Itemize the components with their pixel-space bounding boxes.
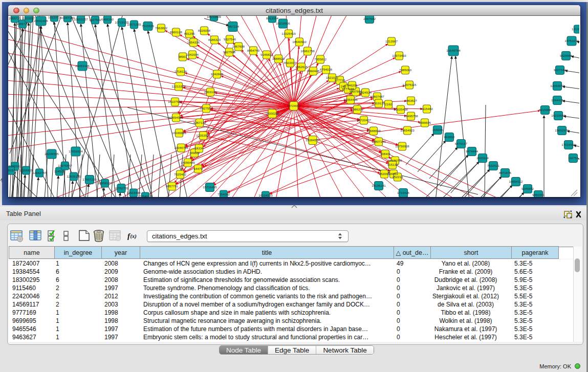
svg-text:9155081: 9155081: [9, 164, 21, 168]
svg-text:12213309: 12213309: [171, 84, 186, 88]
svg-text:1362615: 1362615: [295, 65, 308, 69]
svg-text:10025438: 10025438: [394, 107, 408, 111]
svg-text:8215958: 8215958: [539, 108, 552, 112]
svg-text:20364436: 20364436: [343, 98, 358, 101]
svg-text:19384554: 19384554: [306, 138, 320, 142]
svg-text:11923448: 11923448: [126, 191, 141, 194]
svg-text:10347183: 10347183: [60, 16, 75, 19]
svg-text:15136141: 15136141: [372, 184, 386, 187]
svg-text:15716485: 15716485: [203, 185, 217, 189]
svg-text:7632621: 7632621: [487, 164, 500, 167]
svg-text:17957225: 17957225: [82, 178, 97, 181]
svg-text:2867608: 2867608: [232, 45, 245, 48]
svg-text:7515526: 7515526: [142, 24, 155, 28]
svg-text:12975115: 12975115: [402, 83, 417, 86]
svg-text:20691406: 20691406: [34, 19, 48, 23]
svg-text:7663822: 7663822: [155, 26, 168, 30]
svg-text:9463627: 9463627: [405, 99, 418, 102]
svg-text:2160: 2160: [385, 102, 392, 106]
svg-text:852096: 852096: [379, 172, 390, 176]
svg-text:16782759: 16782759: [114, 186, 128, 190]
svg-text:19654985: 19654985: [169, 116, 183, 119]
svg-text:9857791: 9857791: [166, 184, 179, 188]
svg-text:20053346: 20053346: [75, 64, 90, 68]
svg-text:17016504: 17016504: [561, 143, 576, 146]
svg-text:1527602: 1527602: [89, 18, 102, 21]
svg-text:16033809: 16033809: [207, 16, 221, 18]
svg-text:10958107: 10958107: [98, 181, 112, 185]
svg-text:18807249: 18807249: [372, 140, 386, 143]
svg-text:915132: 915132: [387, 163, 398, 166]
svg-text:6794028: 6794028: [320, 68, 333, 71]
svg-text:20206555: 20206555: [45, 152, 59, 156]
svg-text:19654923: 19654923: [400, 128, 415, 132]
svg-text:8427552: 8427552: [200, 106, 213, 110]
svg-text:8454749: 8454749: [247, 49, 260, 52]
svg-text:2803144: 2803144: [204, 90, 217, 94]
svg-text:114519: 114519: [54, 169, 65, 173]
svg-text:7625402: 7625402: [174, 172, 187, 176]
svg-text:9227342: 9227342: [554, 68, 567, 72]
svg-text:116753: 116753: [568, 156, 579, 160]
svg-text:16648784: 16648784: [446, 49, 461, 52]
svg-text:12353594: 12353594: [196, 134, 210, 137]
svg-text:1213967: 1213967: [385, 39, 398, 43]
svg-text:12942757: 12942757: [32, 171, 47, 174]
svg-text:9242848: 9242848: [211, 72, 224, 76]
svg-text:9245652: 9245652: [521, 187, 534, 190]
svg-text:8471676: 8471676: [499, 171, 512, 174]
svg-text:18640910: 18640910: [292, 40, 307, 43]
svg-text:7485063: 7485063: [399, 68, 412, 72]
svg-text:9460351: 9460351: [532, 193, 545, 196]
svg-text:2718126: 2718126: [175, 70, 187, 73]
svg-text:98901: 98901: [178, 55, 187, 58]
svg-text:10973493: 10973493: [392, 54, 406, 57]
svg-text:9146821: 9146821: [260, 53, 273, 56]
svg-text:10671355: 10671355: [127, 23, 141, 26]
svg-text:2055721: 2055721: [9, 16, 21, 20]
svg-text:1588520: 1588520: [272, 57, 285, 60]
svg-text:10653257: 10653257: [74, 17, 88, 21]
svg-text:1612372: 1612372: [48, 16, 61, 19]
svg-text:14099489: 14099489: [181, 161, 195, 164]
svg-text:9327546: 9327546: [224, 37, 236, 41]
svg-text:7254082: 7254082: [217, 192, 230, 196]
svg-text:9474444: 9474444: [466, 149, 478, 153]
svg-text:7857224: 7857224: [227, 25, 239, 28]
svg-text:16107552: 16107552: [168, 100, 182, 103]
svg-text:1203557: 1203557: [23, 16, 35, 20]
svg-text:893892: 893892: [444, 135, 455, 139]
svg-text:15692971: 15692971: [555, 128, 569, 132]
svg-text:164095: 164095: [432, 128, 443, 132]
svg-text:16961758: 16961758: [300, 49, 315, 53]
svg-text:10046728: 10046728: [174, 146, 188, 149]
svg-text:15751074: 15751074: [564, 39, 579, 42]
svg-text:10120746: 10120746: [388, 159, 402, 162]
svg-text:10654112: 10654112: [509, 180, 523, 183]
svg-text:9699695: 9699695: [419, 121, 431, 124]
svg-text:6466160: 6466160: [101, 17, 114, 21]
svg-text:8226058: 8226058: [198, 29, 211, 32]
svg-text:252214: 252214: [393, 175, 403, 179]
svg-text:1733426: 1733426: [397, 191, 410, 194]
svg-text:19166825: 19166825: [172, 131, 186, 135]
svg-text:9055721: 9055721: [16, 22, 29, 26]
svg-text:6479197: 6479197: [455, 142, 468, 145]
svg-text:12505135: 12505135: [67, 174, 81, 178]
svg-text:18724007: 18724007: [287, 104, 301, 107]
svg-text:2933114: 2933114: [476, 156, 489, 160]
svg-text:10756928: 10756928: [395, 144, 409, 148]
svg-text:2087682: 2087682: [363, 17, 376, 20]
svg-text:16495758: 16495758: [404, 114, 418, 118]
svg-text:10807487: 10807487: [370, 95, 384, 98]
svg-text:19975857: 19975857: [58, 164, 72, 167]
svg-text:1213967: 1213967: [572, 27, 579, 31]
svg-text:3824534: 3824534: [359, 91, 372, 94]
svg-text:(x): (x): [130, 233, 137, 239]
svg-text:16210643: 16210643: [551, 114, 565, 117]
svg-text:8322037: 8322037: [284, 61, 297, 64]
svg-text:15720407: 15720407: [357, 118, 371, 122]
svg-text:16104533: 16104533: [258, 193, 273, 197]
svg-text:7986372: 7986372: [351, 107, 364, 111]
svg-text:8813054: 8813054: [266, 16, 279, 20]
